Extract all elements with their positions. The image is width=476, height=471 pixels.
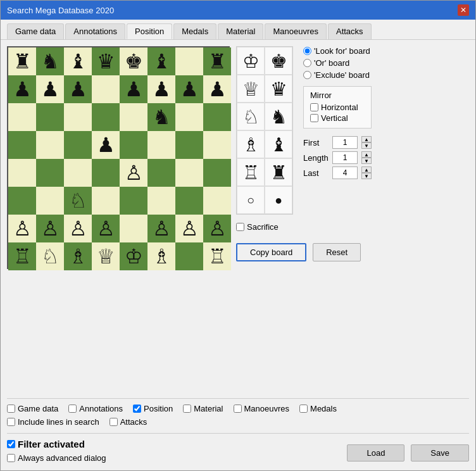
sacrifice-checkbox[interactable]: [236, 223, 244, 231]
board-cell-7-1[interactable]: ♘: [36, 242, 64, 270]
board-cell-0-2[interactable]: ♝: [64, 47, 92, 75]
board-cell-2-2[interactable]: [64, 103, 92, 131]
save-button[interactable]: Save: [411, 444, 469, 462]
board-cell-1-3[interactable]: [92, 75, 120, 103]
check-include-lines[interactable]: Include lines in search: [7, 417, 99, 427]
board-cell-7-4[interactable]: ♔: [120, 242, 147, 270]
board-cell-0-0[interactable]: ♜: [8, 47, 36, 75]
board-cell-0-1[interactable]: ♞: [36, 47, 64, 75]
board-cell-2-3[interactable]: [92, 103, 120, 131]
first-down-btn[interactable]: ▼: [361, 142, 372, 149]
board-cell-0-7[interactable]: ♜: [203, 47, 231, 75]
board-cell-5-6[interactable]: [175, 187, 203, 215]
tab-attacks[interactable]: Attacks: [328, 23, 372, 39]
radio-exclude-input[interactable]: [303, 71, 311, 79]
board-cell-5-0[interactable]: [8, 187, 36, 215]
check-position-input[interactable]: [133, 405, 141, 413]
first-up-btn[interactable]: ▲: [361, 136, 372, 142]
board-cell-0-6[interactable]: [175, 47, 203, 75]
board-cell-6-3[interactable]: ♙: [92, 215, 120, 242]
board-cell-7-2[interactable]: ♗: [64, 242, 92, 270]
palette-black-bishop[interactable]: ♝: [265, 130, 292, 158]
board-cell-7-7[interactable]: ♖: [203, 242, 231, 270]
radio-or[interactable]: 'Or' board: [303, 58, 372, 68]
tab-position[interactable]: Position: [127, 23, 172, 39]
always-advanced-checkbox[interactable]: [7, 454, 15, 462]
board-cell-5-3[interactable]: [92, 187, 120, 215]
board-cell-3-2[interactable]: [64, 131, 92, 159]
board-cell-5-1[interactable]: [36, 187, 64, 215]
board-cell-3-5[interactable]: [147, 131, 175, 159]
copy-board-button[interactable]: Copy board: [236, 243, 306, 261]
reset-button[interactable]: Reset: [313, 243, 361, 261]
check-annotations[interactable]: Annotations: [68, 404, 123, 413]
board-cell-6-7[interactable]: ♙: [203, 215, 231, 242]
last-up-btn[interactable]: ▲: [361, 166, 372, 173]
board-cell-2-5[interactable]: ♞: [147, 103, 175, 131]
radio-look-for[interactable]: 'Look for' board: [303, 46, 372, 56]
check-attacks[interactable]: Attacks: [110, 417, 147, 427]
load-button[interactable]: Load: [347, 444, 404, 462]
board-cell-4-7[interactable]: [203, 159, 231, 187]
palette-black-knight[interactable]: ♞: [265, 103, 292, 130]
board-cell-3-1[interactable]: [36, 131, 64, 159]
radio-or-input[interactable]: [303, 59, 311, 67]
board-cell-2-0[interactable]: [8, 103, 36, 131]
check-material-input[interactable]: [183, 405, 191, 413]
board-cell-0-3[interactable]: ♛: [92, 47, 120, 75]
board-cell-4-4[interactable]: ♙: [120, 159, 147, 187]
check-medals[interactable]: Medals: [299, 404, 337, 413]
board-cell-1-1[interactable]: ♟: [36, 75, 64, 103]
palette-black-pawn[interactable]: ●: [265, 186, 292, 214]
board-cell-0-4[interactable]: ♚: [120, 47, 147, 75]
board-cell-3-3[interactable]: ♟: [92, 131, 120, 159]
tab-game-data[interactable]: Game data: [7, 23, 64, 39]
tab-medals[interactable]: Medals: [173, 23, 216, 39]
mirror-horizontal-checkbox[interactable]: [310, 103, 318, 111]
check-game-data[interactable]: Game data: [7, 404, 58, 413]
board-cell-2-7[interactable]: [203, 103, 231, 131]
board-cell-3-6[interactable]: [175, 131, 203, 159]
check-include-lines-input[interactable]: [7, 418, 15, 426]
check-manoeuvres[interactable]: Manoeuvres: [234, 404, 290, 413]
board-cell-1-5[interactable]: ♟: [147, 75, 175, 103]
board-cell-6-1[interactable]: ♙: [36, 215, 64, 242]
check-annotations-input[interactable]: [68, 405, 77, 413]
board-cell-1-6[interactable]: ♟: [175, 75, 203, 103]
radio-look-for-input[interactable]: [303, 47, 311, 55]
palette-black-rook[interactable]: ♜: [265, 158, 292, 186]
board-cell-2-1[interactable]: [36, 103, 64, 131]
board-cell-7-0[interactable]: ♖: [8, 242, 36, 270]
palette-white-bishop[interactable]: ♗: [237, 130, 265, 158]
mirror-horizontal-label[interactable]: Horizontal: [310, 103, 365, 112]
board-cell-1-2[interactable]: ♟: [64, 75, 92, 103]
last-down-btn[interactable]: ▼: [361, 173, 372, 179]
filter-activated-label[interactable]: Filter activated: [7, 439, 106, 449]
palette-white-rook[interactable]: ♖: [237, 158, 265, 186]
length-down-btn[interactable]: ▼: [361, 158, 372, 164]
palette-black-king[interactable]: ♚: [265, 47, 292, 75]
board-cell-4-5[interactable]: [147, 159, 175, 187]
palette-white-pawn[interactable]: ○: [237, 186, 265, 214]
check-position[interactable]: Position: [133, 404, 173, 413]
board-cell-5-7[interactable]: [203, 187, 231, 215]
board-cell-3-4[interactable]: [120, 131, 147, 159]
mirror-vertical-label[interactable]: Vertical: [310, 113, 365, 123]
filter-activated-checkbox[interactable]: [7, 440, 15, 448]
board-cell-6-6[interactable]: ♙: [175, 215, 203, 242]
first-input[interactable]: [332, 136, 358, 149]
board-cell-1-7[interactable]: ♟: [203, 75, 231, 103]
sacrifice-checkbox-label[interactable]: Sacrifice: [236, 222, 279, 232]
board-cell-4-6[interactable]: [175, 159, 203, 187]
always-advanced-label[interactable]: Always advanced dialog: [7, 453, 106, 463]
palette-white-knight[interactable]: ♘: [237, 103, 265, 130]
board-cell-2-6[interactable]: [175, 103, 203, 131]
board-cell-4-0[interactable]: [8, 159, 36, 187]
mirror-vertical-checkbox[interactable]: [310, 114, 318, 122]
palette-white-king[interactable]: ♔: [237, 47, 265, 75]
board-cell-1-0[interactable]: ♟: [8, 75, 36, 103]
board-cell-4-1[interactable]: [36, 159, 64, 187]
board-cell-5-2[interactable]: ♘: [64, 187, 92, 215]
last-input[interactable]: [332, 166, 358, 179]
board-cell-6-2[interactable]: ♙: [64, 215, 92, 242]
